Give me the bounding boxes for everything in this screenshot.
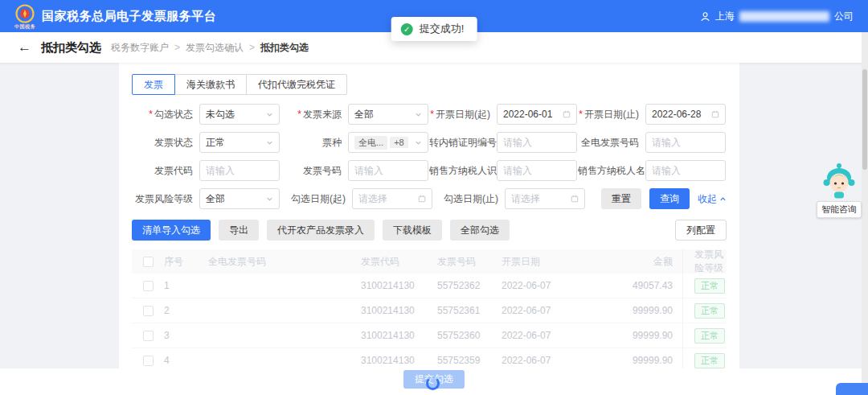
user-company-suffix: 公司: [834, 10, 854, 23]
cell-date: 2022-06-07: [502, 330, 582, 341]
issue-date-end-picker[interactable]: 2022-06-28: [645, 104, 726, 125]
field-digital-invoice-no: 全电发票号码: [578, 132, 727, 153]
digital-invoice-no-input[interactable]: [652, 137, 719, 148]
check-status-label: 勾选状态: [154, 109, 193, 120]
success-toast: ✓ 提交成功!: [391, 17, 477, 41]
table-row: 2 3100214130 55752361 2022-06-07 99999.9…: [132, 298, 727, 323]
page-scrollbar-track[interactable]: [862, 32, 868, 395]
check-status-select[interactable]: 未勾选: [199, 104, 280, 125]
row-checkbox[interactable]: [143, 306, 154, 316]
col-seq: 序号: [164, 255, 208, 269]
invoice-code-label: 发票代码: [132, 164, 199, 178]
invoice-table: 序号 全电发票号码 发票代码 发票号码 开票日期 金额 发票风险等级 1 310…: [132, 249, 727, 373]
table-toolbar: 清单导入勾选 导出 代开农产品发票录入 下载模板 全部勾选 列配置: [132, 220, 727, 241]
invoice-no-input[interactable]: [354, 165, 422, 176]
field-seller-name: 销售方纳税人名称: [578, 160, 727, 181]
export-button[interactable]: 导出: [219, 220, 259, 241]
risk-status-badge: 正常: [694, 278, 725, 294]
breadcrumb: 税务数字账户 > 发票勾选确认 > 抵扣类勾选: [111, 41, 309, 55]
field-check-date-start: 勾选日期(起) 请选择: [285, 188, 437, 209]
col-date: 开票日期: [502, 255, 582, 269]
field-ticket-type: 票种 全电... +8: [280, 132, 429, 153]
cell-amount: 49057.43: [582, 280, 682, 291]
risk-status-badge: 正常: [694, 353, 725, 368]
collapse-link[interactable]: 收起: [698, 192, 727, 206]
check-date-start-picker[interactable]: 请选择: [352, 188, 432, 209]
invoice-source-select[interactable]: 全部: [348, 104, 428, 125]
download-template-button[interactable]: 下载模板: [383, 220, 442, 241]
filter-row-4: 发票风险等级 全部 勾选日期(起) 请选择 勾选日期(止) 请选择: [132, 188, 727, 209]
assistant-mascot-icon: [821, 163, 858, 200]
select-all-button[interactable]: 全部勾选: [450, 220, 510, 241]
breadcrumb-item-current: 抵扣类勾选: [260, 41, 309, 55]
smart-assistant-widget[interactable]: 智能咨询: [817, 163, 862, 218]
field-check-date-end: 勾选日期(止) 请选择: [437, 188, 590, 209]
breadcrumb-separator: >: [249, 42, 255, 53]
cell-no: 55752361: [437, 305, 502, 316]
col-digital-no: 全电发票号码: [208, 255, 361, 269]
breadcrumb-item-confirm[interactable]: 发票勾选确认: [186, 41, 244, 55]
cell-code: 3100214130: [361, 330, 437, 341]
invoice-status-label: 发票状态: [132, 136, 199, 150]
required-mark: *: [297, 109, 301, 120]
filter-actions: 重置 查询 收起: [590, 188, 727, 209]
chevron-down-icon: [415, 111, 422, 118]
tab-withholding-cert[interactable]: 代扣代缴完税凭证: [246, 74, 347, 95]
seller-name-input[interactable]: [652, 165, 719, 176]
required-mark: *: [579, 109, 583, 120]
user-account[interactable]: 上海公司: [700, 10, 854, 23]
row-checkbox[interactable]: [143, 281, 154, 291]
back-arrow-icon[interactable]: ←: [18, 39, 31, 56]
user-icon: [700, 11, 710, 22]
domestic-cert-no-label: 转内销证明编号: [429, 136, 497, 150]
cell-amount: 99999.90: [582, 305, 682, 316]
invoice-source-label: 发票来源: [303, 109, 342, 120]
logo-caption: 中国税务: [14, 24, 35, 29]
col-amount: 金额: [582, 255, 682, 269]
search-button[interactable]: 查询: [649, 188, 690, 209]
row-checkbox[interactable]: [143, 356, 154, 366]
issue-date-start-label: 开票日期(起): [436, 109, 490, 120]
assistant-label: 智能咨询: [817, 201, 862, 218]
field-invoice-no: 发票号码: [280, 160, 429, 181]
chevron-up-icon: [719, 195, 727, 203]
invoice-status-select[interactable]: 正常: [199, 132, 280, 153]
cell-code: 3100214130: [361, 280, 437, 291]
breadcrumb-item-account[interactable]: 税务数字账户: [111, 41, 169, 55]
field-check-status: *勾选状态 未勾选: [132, 104, 280, 125]
check-date-start-label: 勾选日期(起): [285, 192, 352, 206]
brand: 中国税务 国家税务总局电子发票服务平台: [14, 4, 216, 29]
issue-date-start-picker[interactable]: 2022-06-01: [497, 104, 577, 125]
field-issue-date-start: *开票日期(起) 2022-06-01: [429, 104, 578, 125]
select-all-checkbox[interactable]: [143, 257, 154, 267]
col-no: 发票号码: [437, 255, 502, 269]
import-check-button[interactable]: 清单导入勾选: [132, 220, 211, 241]
calendar-icon: [571, 195, 579, 203]
tab-customs-payment[interactable]: 海关缴款书: [174, 74, 247, 95]
row-checkbox[interactable]: [143, 331, 154, 341]
invoice-code-input[interactable]: [206, 165, 273, 176]
risk-status-badge: 正常: [694, 303, 725, 319]
floating-button-partial[interactable]: [836, 383, 868, 395]
reset-button[interactable]: 重置: [601, 188, 641, 209]
cell-amount: 99999.90: [582, 330, 682, 341]
domestic-cert-no-input[interactable]: [503, 137, 571, 148]
ticket-type-multiselect[interactable]: 全电... +8: [348, 132, 428, 153]
page-scrollbar-thumb[interactable]: [862, 69, 867, 170]
filter-row-2: 发票状态 正常 票种 全电... +8 转内销证明编号: [132, 132, 727, 153]
chevron-down-icon: [266, 195, 273, 203]
app-title: 国家税务总局电子发票服务平台: [42, 9, 216, 24]
cell-no: 55752362: [437, 280, 502, 291]
seller-tax-id-input[interactable]: [503, 165, 571, 176]
document-type-tabs: 发票 海关缴款书 代扣代缴完税凭证: [132, 74, 727, 95]
column-config-button[interactable]: 列配置: [675, 220, 727, 241]
filter-row-1: *勾选状态 未勾选 *发票来源 全部 *开票日期(起) 2022-06-01: [132, 104, 727, 125]
risk-level-select[interactable]: 全部: [199, 188, 280, 209]
calendar-icon: [563, 110, 571, 118]
check-date-end-picker[interactable]: 请选择: [505, 188, 585, 209]
tab-invoice[interactable]: 发票: [132, 74, 175, 95]
agri-invoice-entry-button[interactable]: 代开农产品发票录入: [267, 220, 375, 241]
cell-date: 2022-06-07: [502, 280, 582, 291]
seller-name-label: 销售方纳税人名称: [578, 164, 645, 178]
user-company-prefix: 上海: [715, 10, 735, 23]
